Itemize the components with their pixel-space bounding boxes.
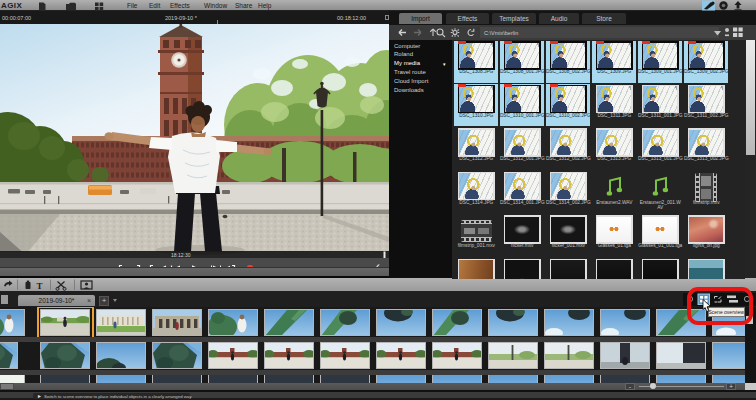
svg-text:C:\Vmix\berlin: C:\Vmix\berlin (484, 29, 518, 35)
svg-text:18:12:30: 18:12:30 (171, 252, 191, 258)
svg-text:T: T (37, 281, 43, 291)
